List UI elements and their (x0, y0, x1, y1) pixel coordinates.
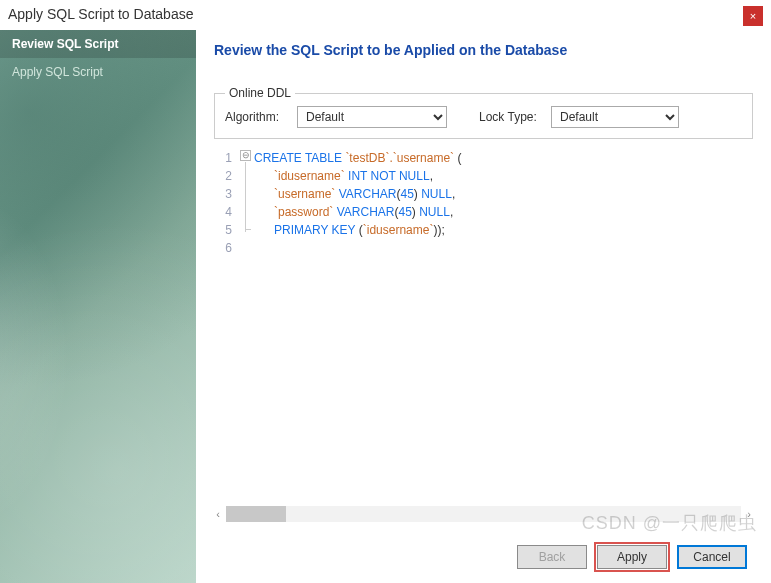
close-button[interactable]: × (743, 6, 763, 26)
apply-button[interactable]: Apply (597, 545, 667, 569)
page-title: Review the SQL Script to be Applied on t… (214, 42, 753, 58)
code-token: 45 (401, 187, 414, 201)
code-content[interactable]: CREATE TABLE `testDB`.`username` (`iduse… (254, 149, 753, 257)
code-token: `idusername` (274, 169, 345, 183)
online-ddl-fieldset: Online DDL Algorithm: Default Lock Type:… (214, 86, 753, 139)
algorithm-label: Algorithm: (225, 110, 287, 124)
line-number: 5 (214, 221, 232, 239)
line-number: 6 (214, 239, 232, 257)
line-number-gutter: 123456 (214, 149, 238, 257)
code-token: PRIMARY KEY (274, 223, 355, 237)
code-token: , (430, 169, 433, 183)
code-token: `username` (274, 187, 335, 201)
code-token: 45 (399, 205, 412, 219)
fold-toggle-icon[interactable]: ⊖ (240, 150, 251, 161)
code-token: INT NOT NULL (348, 169, 430, 183)
line-number: 2 (214, 167, 232, 185)
code-token: )); (433, 223, 444, 237)
scroll-thumb[interactable] (226, 506, 286, 522)
code-token: NULL (419, 205, 450, 219)
code-token: VARCHAR (337, 205, 395, 219)
code-line: PRIMARY KEY (`idusername`)); (254, 221, 753, 239)
sidebar-item-apply-sql[interactable]: Apply SQL Script (0, 58, 196, 86)
sql-editor[interactable]: 123456 ⊖ CREATE TABLE `testDB`.`username… (214, 149, 753, 257)
window-title: Apply SQL Script to Database (8, 6, 193, 22)
fold-end (245, 229, 251, 230)
code-token: `idusername` (363, 223, 434, 237)
line-number: 3 (214, 185, 232, 203)
code-token: NULL (421, 187, 452, 201)
back-button: Back (517, 545, 587, 569)
code-line (254, 239, 753, 257)
code-token: CREATE TABLE (254, 151, 342, 165)
code-line: `password` VARCHAR(45) NULL, (254, 203, 753, 221)
algorithm-select[interactable]: Default (297, 106, 447, 128)
code-token: VARCHAR (339, 187, 397, 201)
sidebar-item-label: Review SQL Script (12, 37, 118, 51)
locktype-select[interactable]: Default (551, 106, 679, 128)
code-token: `testDB`.`username` (345, 151, 454, 165)
scroll-right-arrow-icon[interactable]: › (741, 506, 757, 522)
code-line: CREATE TABLE `testDB`.`username` ( (254, 149, 753, 167)
code-token: `password` (274, 205, 333, 219)
sidebar-item-review-sql[interactable]: Review SQL Script (0, 30, 196, 58)
code-token: ( (454, 151, 461, 165)
fold-line (245, 162, 246, 232)
scroll-track[interactable] (226, 506, 741, 522)
line-number: 4 (214, 203, 232, 221)
code-token: , (450, 205, 453, 219)
line-number: 1 (214, 149, 232, 167)
code-line: `idusername` INT NOT NULL, (254, 167, 753, 185)
code-line: `username` VARCHAR(45) NULL, (254, 185, 753, 203)
sidebar-item-label: Apply SQL Script (12, 65, 103, 79)
scroll-left-arrow-icon[interactable]: ‹ (210, 506, 226, 522)
locktype-label: Lock Type: (479, 110, 541, 124)
cancel-button[interactable]: Cancel (677, 545, 747, 569)
online-ddl-legend: Online DDL (225, 86, 295, 100)
fold-gutter: ⊖ (238, 149, 254, 257)
code-token: ( (355, 223, 362, 237)
horizontal-scrollbar[interactable]: ‹ › (210, 503, 757, 525)
code-token: , (452, 187, 455, 201)
wizard-sidebar: Review SQL Script Apply SQL Script (0, 30, 196, 583)
